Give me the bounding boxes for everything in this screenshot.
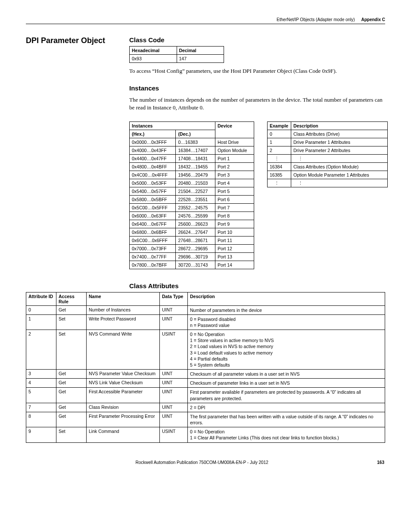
cell: Port 10: [215, 228, 254, 236]
cell-description: The first parameter that has been writte…: [188, 412, 385, 427]
cell: 0x4C00…0x4FFF: [130, 171, 176, 179]
table-row: 0Class Attributes (Drive): [268, 130, 388, 138]
cell: Port 13: [215, 252, 254, 261]
page-title: DPI Parameter Object: [26, 36, 112, 45]
cell: 0x4800…0x4BFF: [130, 162, 176, 171]
table-row: 4GetNVS Link Value ChecksumUINTChecksum …: [26, 379, 385, 388]
cell: 25600…26623: [176, 220, 215, 228]
cell: Port 6: [215, 195, 254, 203]
cell: Port 14: [215, 261, 254, 269]
table-row: 1SetWrite Protect PasswordUINT0 = Passwo…: [26, 314, 385, 330]
cell: 21504…22527: [176, 187, 215, 195]
cell: Get: [56, 403, 87, 412]
cell: 0x5000…0x53FF: [130, 179, 176, 187]
inst-col-instances: Instances: [130, 121, 215, 130]
cell: 9: [26, 427, 56, 442]
inst-col-dec: (Dec.): [176, 130, 215, 138]
table-row: 0x5400…0x57FF21504…22527Port 5: [130, 187, 254, 195]
table-row: ⋮⋮: [268, 154, 388, 162]
cell: 20480…21503: [176, 179, 215, 187]
cell: 0x7400…0x77FF: [130, 252, 176, 261]
cell: 4: [26, 379, 56, 388]
table-row: 0x4400…0x47FF17408…18431Port 1: [130, 154, 254, 162]
table-row: 0x5C00…0x5FFF23552…24575Port 7: [130, 203, 254, 212]
table-row: 0x6C00…0x6FFF27648…28671Port 11: [130, 236, 254, 244]
ca-col-desc: Description: [188, 292, 385, 305]
cell: 22528…23551: [176, 195, 215, 203]
ex-col-example: Example: [268, 121, 291, 130]
table-row: 16385Option Module Parameter 1 Attribute…: [268, 171, 388, 179]
table-row: 0x6000…0x63FF24576…25599Port 8: [130, 212, 254, 220]
cell: 0x6800…0x6BFF: [130, 228, 176, 236]
table-row: 3GetNVS Parameter Value ChecksumUINTChec…: [26, 370, 385, 379]
table-row: 0x7800…0x7BFF30720…31743Port 14: [130, 261, 254, 269]
table-row: 7GetClass RevisionUINT2 = DPI: [26, 403, 385, 412]
table-row: 5GetFirst Accessible ParameterUINTFirst …: [26, 388, 385, 403]
cell: 0…16383: [176, 138, 215, 146]
cell: 28672…29695: [176, 244, 215, 252]
table-row: 0x7000…0x73FF28672…29695Port 12: [130, 244, 254, 252]
table-row: 0x5000…0x53FF20480…21503Port 4: [130, 179, 254, 187]
footer-page-number: 163: [377, 460, 384, 465]
header-appendix: Appendix C: [361, 17, 385, 22]
footer-publication: Rockwell Automation Publication 750COM-U…: [136, 460, 268, 465]
cell: Port 3: [215, 171, 254, 179]
cell: 0x7800…0x7BFF: [130, 261, 176, 269]
cell: Port 1: [215, 154, 254, 162]
cell: 0x7000…0x73FF: [130, 244, 176, 252]
ca-col-name: Name: [87, 292, 160, 305]
header-chapter: EtherNet/IP Objects (Adapter mode only): [277, 17, 355, 22]
table-row: ⋮⋮: [268, 179, 388, 187]
table-row: 0GetNumber of InstancesUINTNumber of par…: [26, 305, 385, 314]
cell: Set: [56, 314, 87, 330]
cell-description: 0 = No Operation1 = Store values in acti…: [188, 330, 385, 370]
main-two-column: DPI Parameter Object Class Code Hexadeci…: [26, 36, 385, 269]
cell: Port 5: [215, 187, 254, 195]
cell: Get: [56, 305, 87, 314]
cell: ⋮: [268, 179, 291, 187]
cell: UINT: [160, 403, 188, 412]
cell: Get: [56, 379, 87, 388]
cell: Set: [56, 330, 87, 370]
cell: 1: [26, 314, 56, 330]
example-table: Example Description 0Class Attributes (D…: [267, 121, 388, 187]
cell: UINT: [160, 379, 188, 388]
cell: 5: [26, 388, 56, 403]
instances-table: Instances Device (Hex.) (Dec.) 0x0000…0x…: [129, 121, 254, 269]
table-row: 8GetFirst Parameter Processing ErrorUINT…: [26, 412, 385, 427]
cell: First Parameter Processing Error: [87, 412, 160, 427]
cell: Get: [56, 370, 87, 379]
cell: 18432…19455: [176, 162, 215, 171]
table-row: 0x4000…0x43FF16384…17407Option Module: [130, 146, 254, 154]
table-row: 0x6400…0x67FF25600…26623Port 9: [130, 220, 254, 228]
cell-description: Checksum of all parameter values in a us…: [188, 370, 385, 379]
cell: 19456…20479: [176, 171, 215, 179]
page-header: EtherNet/IP Objects (Adapter mode only) …: [26, 17, 385, 24]
cell: Option Module: [215, 146, 254, 154]
cell: Set: [56, 427, 87, 442]
cell: Port 9: [215, 220, 254, 228]
class-code-table: Hexadecimal Decimal 0x93 147: [129, 46, 224, 63]
cell: 7: [26, 403, 56, 412]
inst-col-device: Device: [215, 121, 254, 138]
table-row: 2SetNVS Command WriteUSINT0 = No Operati…: [26, 330, 385, 370]
table-row: 16384Class Attributes (Option Module): [268, 162, 388, 171]
cell: 17408…18431: [176, 154, 215, 162]
cell: 16384…17407: [176, 146, 215, 154]
table-row: 0x4C00…0x4FFF19456…20479Port 3: [130, 171, 254, 179]
cell: 0x6C00…0x6FFF: [130, 236, 176, 244]
table-row: 0x4800…0x4BFF18432…19455Port 2: [130, 162, 254, 171]
cell: Host Drive: [215, 138, 254, 146]
cc-hex-val: 0x93: [130, 55, 177, 63]
cell: UINT: [160, 305, 188, 314]
cell: 26624…27647: [176, 228, 215, 236]
cell: 0x6400…0x67FF: [130, 220, 176, 228]
cell: 0x6000…0x63FF: [130, 212, 176, 220]
cell: 23552…24575: [176, 203, 215, 212]
cc-col-hex: Hexadecimal: [130, 47, 177, 55]
cell: 0x4400…0x47FF: [130, 154, 176, 162]
cell: 16385: [268, 171, 291, 179]
cell: 27648…28671: [176, 236, 215, 244]
table-row: 2Drive Parameter 2 Attributes: [268, 146, 388, 154]
cc-dec-val: 147: [177, 55, 224, 63]
